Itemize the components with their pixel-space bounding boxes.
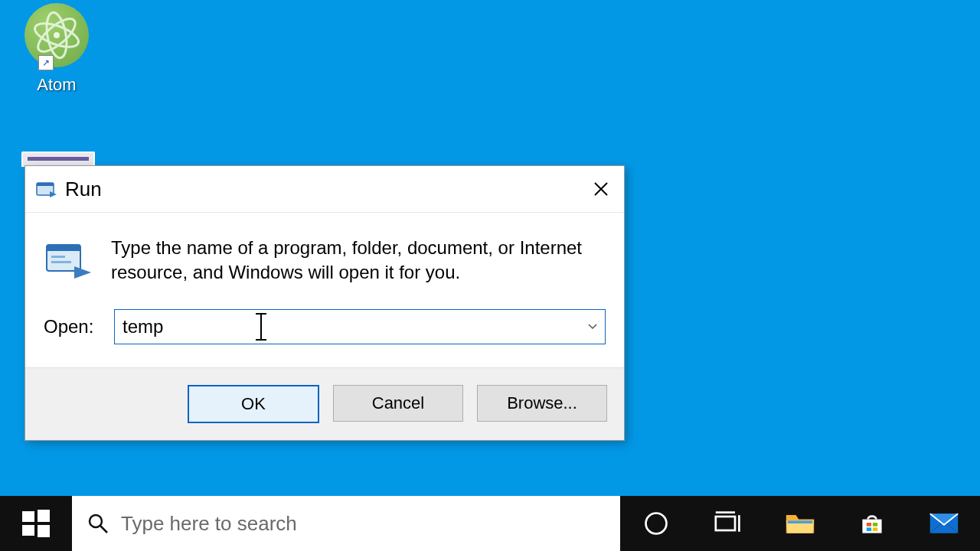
close-icon [593,181,609,197]
svg-rect-5 [37,183,54,186]
svg-rect-17 [716,517,735,530]
svg-rect-22 [873,523,877,527]
store-icon [858,510,886,537]
svg-point-14 [90,515,102,527]
dialog-description: Type the name of a program, folder, docu… [93,236,606,286]
dialog-title: Run [65,178,102,201]
svg-rect-12 [22,525,34,536]
taskbar: Type here to search [0,496,980,551]
browse-button[interactable]: Browse... [477,385,607,422]
open-label: Open: [44,316,114,337]
svg-rect-10 [22,511,34,522]
shortcut-arrow-icon: ↗ [38,55,54,70]
folder-icon [785,510,815,536]
start-button[interactable] [0,496,72,551]
svg-line-15 [100,526,107,533]
svg-rect-13 [38,525,50,537]
taskbar-cortana[interactable] [620,496,692,551]
svg-rect-20 [788,520,813,523]
ok-button[interactable]: OK [188,385,319,423]
cortana-icon [642,510,670,537]
open-input[interactable] [115,310,580,344]
windows-icon [21,508,51,539]
svg-rect-11 [38,510,50,522]
svg-rect-23 [867,527,871,531]
combobox-dropdown-button[interactable] [580,310,605,344]
taskbar-taskview[interactable] [692,496,764,551]
taskbar-file-explorer[interactable] [764,496,836,551]
cancel-button[interactable]: Cancel [333,385,463,422]
taskbar-search[interactable]: Type here to search [72,496,620,551]
svg-point-3 [54,32,60,38]
atom-icon [24,3,89,67]
run-body-icon [44,236,93,286]
search-icon [87,513,109,534]
taskbar-mail[interactable] [908,496,980,551]
titlebar[interactable]: Run [25,166,624,213]
svg-rect-8 [51,256,65,258]
desktop-icon-label: Atom [18,75,95,95]
taskview-icon [713,510,743,537]
run-title-icon [36,181,57,197]
svg-rect-7 [47,245,80,251]
svg-rect-24 [873,527,877,531]
desktop-icon-atom[interactable]: ↗ Atom [18,0,95,95]
chevron-down-icon [588,324,597,330]
taskbar-search-placeholder: Type here to search [121,512,297,536]
desktop-icon-hidden[interactable] [21,152,95,167]
svg-point-16 [646,514,667,534]
mail-icon [929,510,959,536]
dialog-button-row: OK Cancel Browse... [25,367,624,440]
taskbar-store[interactable] [836,496,908,551]
run-dialog: Run Type the name of a program, folder, … [24,165,625,441]
svg-rect-21 [867,523,871,527]
svg-rect-9 [51,261,71,263]
open-combobox[interactable] [114,309,606,344]
close-button[interactable] [578,166,624,212]
